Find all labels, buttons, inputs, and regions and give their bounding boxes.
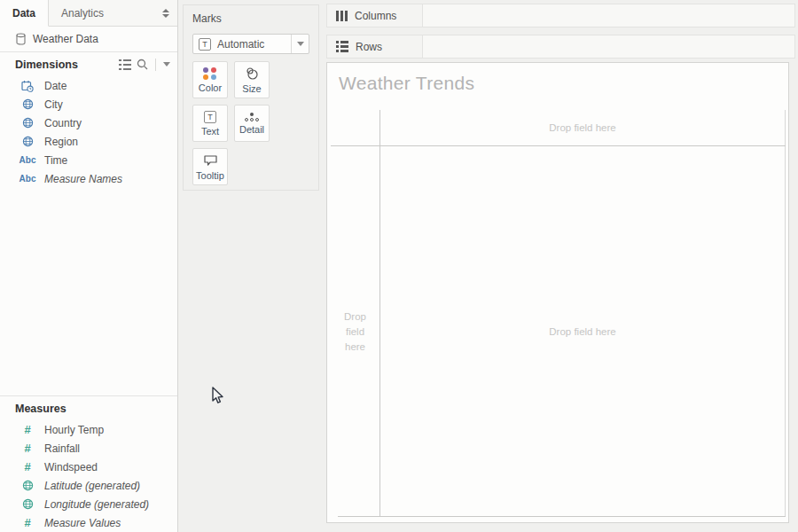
dimension-field-date[interactable]: Date xyxy=(0,76,177,95)
number-icon: # xyxy=(18,423,37,436)
text-button[interactable]: T Text xyxy=(192,105,228,142)
database-icon xyxy=(15,33,27,45)
columns-header-drop-zone[interactable]: Drop field here xyxy=(380,110,785,145)
axis-line-bottom xyxy=(338,516,786,517)
drop-field-text: Drop field here xyxy=(549,326,615,337)
chevron-down-icon xyxy=(297,42,304,46)
field-label: Date xyxy=(44,80,66,92)
field-label: Time xyxy=(44,154,67,167)
calendar-clock-icon xyxy=(18,80,37,92)
rows-drop-area[interactable] xyxy=(423,35,794,58)
marks-buttons: Color Size T Text Deta xyxy=(192,61,309,185)
globe-icon xyxy=(18,480,37,491)
worksheet-canvas: Weather Trends Drop field here Drop fiel… xyxy=(326,62,789,523)
field-label: Latitude (generated) xyxy=(44,480,140,492)
data-panel: Data Analytics Weather Data Dimensions xyxy=(0,0,178,532)
measure-field-measure-values[interactable]: # Measure Values xyxy=(0,513,177,532)
drop-field-text: here xyxy=(331,340,379,355)
size-button[interactable]: Size xyxy=(234,61,270,98)
field-label: Longitude (generated) xyxy=(44,498,149,511)
dimensions-header: Dimensions xyxy=(0,52,177,76)
text-mark-icon: T xyxy=(199,38,211,51)
mark-btn-label: Text xyxy=(201,126,219,137)
globe-icon xyxy=(18,498,37,510)
mark-btn-label: Detail xyxy=(239,124,264,135)
size-circles-icon xyxy=(245,66,259,81)
field-label: City xyxy=(44,98,63,111)
mark-btn-label: Color xyxy=(199,82,222,93)
dimension-field-time[interactable]: Abc Time xyxy=(0,151,177,169)
data-source-name: Weather Data xyxy=(33,33,98,45)
mark-btn-label: Size xyxy=(242,83,261,94)
tooltip-bubble-icon xyxy=(203,153,218,168)
mark-type-value: Automatic xyxy=(211,38,291,51)
tooltip-button[interactable]: Tooltip xyxy=(192,148,228,185)
measure-field-latitude[interactable]: Latitude (generated) xyxy=(0,476,177,495)
abc-icon: Abc xyxy=(18,174,37,184)
columns-label-text: Columns xyxy=(355,10,396,22)
text-box-icon: T xyxy=(204,111,216,123)
panel-tabs: Data Analytics xyxy=(0,0,177,27)
mark-btn-label: Tooltip xyxy=(196,170,224,181)
field-label: Rainfall xyxy=(44,442,80,455)
field-label: Windspeed xyxy=(44,461,98,473)
marks-title: Marks xyxy=(192,12,309,25)
number-icon: # xyxy=(18,460,37,473)
measure-field-windspeed[interactable]: # Windspeed xyxy=(0,458,177,476)
globe-icon xyxy=(18,98,37,110)
dimensions-title: Dimensions xyxy=(15,59,78,71)
data-source-item[interactable]: Weather Data xyxy=(0,27,177,52)
tab-data[interactable]: Data xyxy=(0,0,49,27)
field-label: Measure Values xyxy=(44,517,121,529)
columns-shelf-label: Columns xyxy=(327,4,423,27)
field-label: Measure Names xyxy=(44,173,122,185)
rows-header-drop-zone[interactable]: Drop field here xyxy=(331,309,379,355)
marks-card: Marks T Automatic Color Size xyxy=(183,4,319,191)
field-label: Region xyxy=(44,136,78,148)
columns-drop-area[interactable] xyxy=(423,4,794,27)
rows-shelf-label: Rows xyxy=(327,35,423,58)
sort-down-icon xyxy=(162,14,169,18)
columns-bars-icon xyxy=(336,11,348,21)
sheet-title: Weather Trends xyxy=(339,73,474,94)
measures-section: Measures # Hourly Temp # Rainfall # Wind… xyxy=(0,395,177,532)
field-label: Hourly Temp xyxy=(44,424,104,436)
color-dots-icon xyxy=(203,67,217,80)
measures-header: Measures xyxy=(0,396,177,420)
dimension-field-country[interactable]: Country xyxy=(0,113,177,132)
number-icon: # xyxy=(18,516,37,529)
color-button[interactable]: Color xyxy=(192,61,228,98)
marks-column: Marks T Automatic Color Size xyxy=(178,0,324,532)
detail-dots-icon xyxy=(245,113,259,121)
rows-label-text: Rows xyxy=(356,41,382,53)
measures-list: # Hourly Temp # Rainfall # Windspeed xyxy=(0,420,177,532)
drop-field-text: Drop field here xyxy=(549,122,615,133)
measure-field-rainfall[interactable]: # Rainfall xyxy=(0,439,177,458)
dimension-field-city[interactable]: City xyxy=(0,95,177,113)
sort-up-icon xyxy=(162,9,169,12)
number-icon: # xyxy=(18,442,37,455)
dimensions-list: Date City xyxy=(0,76,177,188)
abc-icon: Abc xyxy=(18,155,37,165)
tab-analytics[interactable]: Analytics xyxy=(49,0,154,26)
rows-shelf: Rows xyxy=(326,35,795,59)
measures-title: Measures xyxy=(15,403,66,415)
dimension-field-region[interactable]: Region xyxy=(0,132,177,151)
pane-right-border xyxy=(785,110,786,517)
menu-caret-icon[interactable] xyxy=(163,62,170,66)
globe-icon xyxy=(18,117,37,129)
panel-spacer xyxy=(0,188,177,395)
swap-panels-icon[interactable] xyxy=(154,0,177,26)
measure-field-hourly-temp[interactable]: # Hourly Temp xyxy=(0,420,177,439)
columns-shelf: Columns xyxy=(326,4,795,27)
mark-type-dropdown[interactable]: T Automatic xyxy=(192,34,309,54)
view-list-icon[interactable] xyxy=(119,59,131,70)
globe-icon xyxy=(18,136,37,147)
pane-drop-zone[interactable]: Drop field here xyxy=(380,146,785,516)
drop-field-text: field xyxy=(331,325,379,340)
search-icon[interactable] xyxy=(137,59,148,70)
dimension-field-measure-names[interactable]: Abc Measure Names xyxy=(0,169,177,188)
detail-button[interactable]: Detail xyxy=(234,105,270,142)
measure-field-longitude[interactable]: Longitude (generated) xyxy=(0,495,177,513)
rows-bars-icon xyxy=(336,41,348,52)
